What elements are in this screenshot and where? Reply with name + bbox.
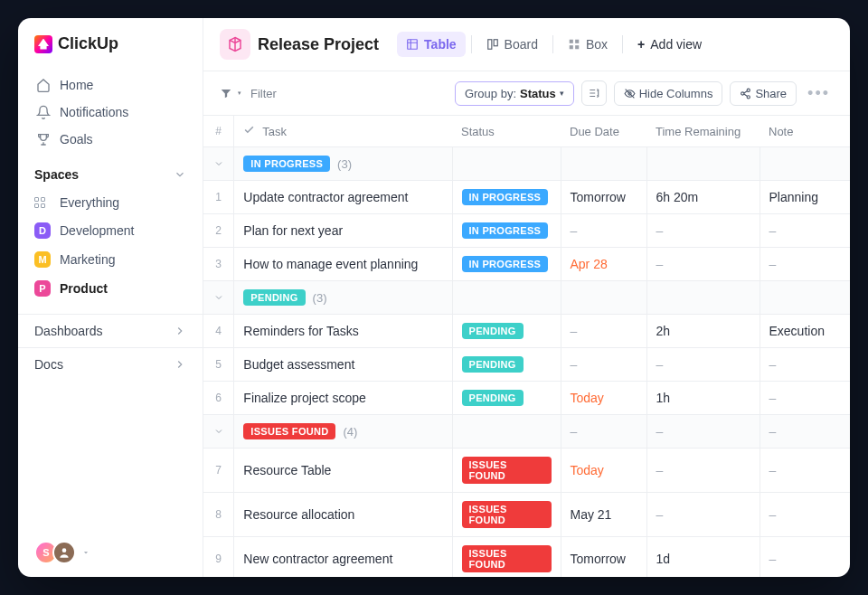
row-number: 1 [203,181,234,214]
chevron-down-icon[interactable] [213,292,224,303]
topbar: Release Project Table Board Box [203,18,850,71]
table-row[interactable]: 3How to manage event planningIN PROGRESS… [203,248,850,281]
table-row[interactable]: 6Finalize project scopePENDINGToday1h– [203,382,850,415]
due-cell[interactable]: Apr 28 [561,248,646,281]
note-cell[interactable]: – [760,449,850,493]
group-header-row[interactable]: PENDING(3) [203,281,850,315]
project-title: Release Project [258,35,379,54]
avatar[interactable] [52,541,76,564]
due-cell[interactable]: – [561,214,646,248]
note-cell[interactable]: – [760,537,850,578]
hide-columns-button[interactable]: Hide Columns [614,81,723,106]
group-header-row[interactable]: IN PROGRESS(3) [203,147,850,181]
time-cell[interactable]: 2h [646,315,760,348]
sidebar-everything[interactable]: Everything [18,189,203,216]
sidebar-space-product[interactable]: P Product [18,274,203,303]
view-tab-box[interactable]: Box [559,32,617,57]
task-cell[interactable]: How to manage event planning [234,248,452,281]
status-cell[interactable]: ISSUES FOUND [452,537,561,578]
col-due[interactable]: Due Date [561,116,646,147]
chevron-right-icon [174,358,186,371]
note-cell[interactable]: – [760,214,850,248]
task-cell[interactable]: New contractor agreement [234,537,452,578]
brand-logo[interactable]: ClickUp [18,34,203,70]
col-task[interactable]: Task [234,116,452,147]
due-cell[interactable]: Today [561,449,646,493]
task-cell[interactable]: Resource allocation [234,493,452,537]
nav-notifications[interactable]: Notifications [27,99,193,126]
due-cell[interactable]: May 21 [561,493,646,537]
group-header-row[interactable]: ISSUES FOUND(4)––– [203,415,850,449]
time-cell[interactable]: – [646,449,760,493]
col-time[interactable]: Time Remaining [646,116,760,147]
note-cell[interactable]: Execution [760,315,850,348]
table-row[interactable]: 2Plan for next yearIN PROGRESS––– [203,214,850,248]
view-tab-table[interactable]: Table [397,32,466,57]
table-row[interactable]: 5Budget assessmentPENDING––– [203,348,850,382]
col-status[interactable]: Status [452,116,561,147]
table-row[interactable]: 1Update contractor agreementIN PROGRESST… [203,181,850,214]
time-cell[interactable]: – [646,248,760,281]
brand-name: ClickUp [58,34,118,53]
time-cell[interactable]: – [646,348,760,382]
note-cell[interactable]: – [760,348,850,382]
note-cell[interactable]: – [760,493,850,537]
note-cell[interactable]: – [760,382,850,415]
status-cell[interactable]: PENDING [452,348,561,382]
chevron-down-icon[interactable] [81,548,90,557]
status-cell[interactable]: IN PROGRESS [452,248,561,281]
nav-home[interactable]: Home [27,71,193,99]
note-cell[interactable]: – [760,248,850,281]
add-view-button[interactable]: + Add view [628,32,711,57]
due-cell[interactable]: Today [561,382,646,415]
due-cell[interactable]: – [561,348,646,382]
task-cell[interactable]: Finalize project scope [234,382,452,415]
task-cell[interactable]: Reminders for Tasks [234,315,452,348]
sidebar-space-marketing[interactable]: M Marketing [18,245,203,274]
filter-button[interactable]: ▾ Filter [220,87,277,100]
time-cell[interactable]: – [646,493,760,537]
table-row[interactable]: 7Resource TableISSUES FOUNDToday–– [203,449,850,493]
task-cell[interactable]: Plan for next year [234,214,452,248]
time-cell[interactable]: – [646,214,760,248]
status-cell[interactable]: IN PROGRESS [452,214,561,248]
spaces-header[interactable]: Spaces [18,155,203,189]
svg-rect-7 [575,40,579,43]
note-cell[interactable]: Planning [760,181,850,214]
svg-line-19 [744,90,747,92]
status-badge: IN PROGRESS [243,156,330,172]
table-row[interactable]: 8Resource allocationISSUES FOUNDMay 21–– [203,493,850,537]
sidebar-space-development[interactable]: D Development [18,216,203,245]
due-cell[interactable]: Tomorrow [561,537,646,578]
due-cell[interactable]: Tomorrow [561,181,646,214]
nav-goals[interactable]: Goals [27,126,193,153]
status-cell[interactable]: ISSUES FOUND [452,493,561,537]
task-cell[interactable]: Resource Table [234,449,452,493]
table-row[interactable]: 9New contractor agreementISSUES FOUNDTom… [203,537,850,578]
more-button[interactable]: ••• [804,84,834,103]
row-height-button[interactable] [581,80,607,106]
status-cell[interactable]: ISSUES FOUND [452,449,561,493]
table-row[interactable]: 4Reminders for TasksPENDING–2hExecution [203,315,850,348]
chevron-down-icon[interactable] [213,158,224,169]
time-cell[interactable]: 6h 20m [646,181,760,214]
status-cell[interactable]: IN PROGRESS [452,181,561,214]
status-cell[interactable]: PENDING [452,382,561,415]
share-button[interactable]: Share [730,81,797,106]
task-cell[interactable]: Update contractor agreement [234,181,452,214]
group-by-button[interactable]: Group by: Status ▾ [455,81,574,106]
time-cell[interactable]: 1d [646,537,760,578]
status-cell[interactable]: PENDING [452,315,561,348]
col-note[interactable]: Note [760,116,850,147]
svg-point-16 [748,89,750,91]
task-cell[interactable]: Budget assessment [234,348,452,382]
group-count: (4) [343,425,357,439]
due-cell[interactable]: – [561,315,646,348]
sidebar-dashboards[interactable]: Dashboards [18,314,203,347]
view-tab-board[interactable]: Board [477,32,547,57]
sidebar-docs[interactable]: Docs [18,347,203,381]
time-cell[interactable]: 1h [646,382,760,415]
status-badge: ISSUES FOUND [462,545,552,572]
chevron-down-icon[interactable] [213,426,224,437]
col-number[interactable]: # [203,116,234,147]
